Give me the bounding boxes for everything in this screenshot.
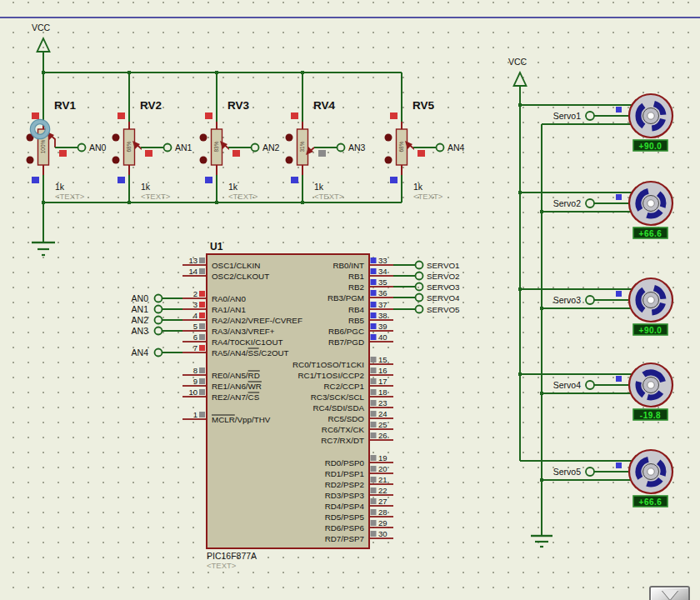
- pin-state-square: [371, 477, 377, 482]
- pin-number: 14: [188, 267, 198, 276]
- pin-name: RA4/T0CKI/C1OUT: [212, 338, 282, 347]
- pot-ref-label: RV2: [140, 99, 162, 112]
- servo-angle-value: +66.6: [639, 498, 662, 507]
- terminal-an3-pot-side[interactable]: [338, 144, 345, 152]
- pin-number: 34: [378, 267, 388, 276]
- terminal-an2-pot-side[interactable]: [252, 144, 259, 152]
- pin-state-square: [371, 258, 377, 263]
- analog-terminal-label: AN2: [132, 315, 149, 325]
- pin-state-square: [371, 411, 377, 417]
- pin-number: 16: [378, 366, 388, 375]
- pin-state-square: [371, 455, 377, 461]
- servo-shaft-hole: [648, 382, 654, 388]
- pot-net-label: AN4: [448, 142, 465, 152]
- pot-terminal-dot-top: [112, 134, 120, 142]
- servo-angle-value: -19.8: [640, 411, 661, 420]
- schematic-canvas[interactable]: VCC RV1 100% AN0 1k <TEXT> RV2 68% AN1 1…: [0, 0, 700, 600]
- wire-junction-dot: [540, 210, 543, 213]
- pot-top-state-square: [118, 112, 125, 119]
- terminal-an0-pot-side[interactable]: [78, 144, 86, 152]
- terminal-servo1-mcu-side[interactable]: [416, 262, 423, 269]
- terminal-an1-mcu-side[interactable]: [155, 306, 162, 313]
- servo-terminal-label: SERVO3: [427, 282, 460, 292]
- pot-ref-label: RV1: [54, 99, 77, 112]
- terminal-servo1[interactable]: [586, 112, 594, 120]
- scroll-down-arrow-icon: [662, 590, 678, 600]
- servo-signal-state-square: [616, 107, 622, 112]
- pin-state-square: [199, 389, 205, 395]
- pin-name: RC2/CCP1: [324, 382, 364, 391]
- servo-shaft-hole: [648, 297, 654, 303]
- pin-name: RD3/PSP3: [325, 491, 365, 500]
- terminal-an4-mcu-side[interactable]: [155, 349, 162, 357]
- terminal-an3-mcu-side[interactable]: [155, 328, 162, 335]
- scroll-down-button[interactable]: [649, 586, 690, 600]
- pot-terminal-dot-top: [200, 134, 208, 142]
- pin-state-square: [371, 279, 377, 285]
- terminal-servo2-mcu-side[interactable]: [416, 272, 423, 280]
- pot-net-label: AN0: [89, 142, 107, 152]
- terminal-servo4[interactable]: [586, 381, 594, 389]
- analog-terminal-label: AN1: [132, 304, 149, 314]
- pot-net-label: AN3: [348, 142, 366, 152]
- pin-name: OSC2/CLKOUT: [212, 272, 269, 281]
- servo-signal-state-square: [616, 462, 622, 468]
- servo-angle-value: +90.0: [639, 326, 662, 335]
- analog-terminal-label: AN4: [132, 348, 149, 358]
- pin-name: RB0/INT: [332, 261, 364, 270]
- terminal-servo5[interactable]: [586, 468, 594, 476]
- pin-number: 40: [378, 332, 388, 342]
- analog-terminal-label: AN0: [132, 293, 149, 303]
- pin-number: 8: [193, 366, 198, 375]
- pin-state-square: [199, 378, 205, 384]
- pin-name: RD2/PSP2: [325, 480, 364, 489]
- pot-top-state-square: [291, 112, 298, 119]
- pin-name: RC1/T1OSI/CCP2: [298, 371, 365, 380]
- pin-number: 35: [378, 278, 388, 287]
- terminal-an1-pot-side[interactable]: [164, 144, 172, 152]
- pin-name: RA0/AN0: [212, 294, 246, 303]
- pot-text-placeholder: <TEXT>: [314, 192, 344, 201]
- mcu-part-label: PIC16F877A: [207, 551, 257, 561]
- terminal-servo3[interactable]: [586, 296, 594, 304]
- servo-shaft-hole: [648, 200, 654, 207]
- servo-label: Servo4: [553, 380, 581, 390]
- pot-ref-label: RV4: [313, 99, 336, 112]
- pin-state-square: [199, 368, 205, 373]
- vcc-left-terminal-icon[interactable]: [38, 38, 50, 52]
- servo-terminal-label: SERVO4: [427, 293, 460, 302]
- pin-name: RE0/AN5/RD: [212, 371, 260, 380]
- pin-number: 4: [193, 311, 198, 320]
- pot-percent-label: 68%: [398, 141, 404, 152]
- vcc-right-terminal-icon[interactable]: [514, 72, 527, 86]
- wire-junction-dot: [518, 288, 522, 291]
- pin-state-square: [371, 323, 377, 329]
- pin-name: RD7/PSP7: [325, 534, 364, 543]
- terminal-an2-mcu-side[interactable]: [155, 317, 162, 324]
- pin-number: 26: [378, 431, 388, 440]
- pin-number: 33: [378, 256, 388, 265]
- terminal-servo3-mcu-side[interactable]: [416, 283, 423, 291]
- servo-signal-state-square: [616, 291, 622, 297]
- terminal-servo5-mcu-side[interactable]: [416, 306, 423, 313]
- pot-wiper-state-square: [418, 150, 425, 157]
- pin-state-square: [371, 357, 377, 362]
- terminal-servo4-mcu-side[interactable]: [416, 294, 423, 302]
- pin-name: RE2/AN7/CS: [212, 392, 260, 402]
- servo-shaft-hole: [648, 468, 654, 475]
- pot-value-label: 1k: [314, 182, 324, 192]
- terminal-servo2[interactable]: [586, 199, 594, 208]
- pin-state-square: [371, 509, 377, 515]
- pin-number: 17: [378, 377, 388, 386]
- terminal-an0-mcu-side[interactable]: [155, 295, 162, 302]
- terminal-an4-pot-side[interactable]: [437, 144, 444, 152]
- pin-state-square: [199, 345, 205, 351]
- pin-state-square: [371, 488, 377, 493]
- pin-state-square: [371, 422, 377, 428]
- pot-percent-label: 68%: [126, 141, 132, 152]
- pin-name: RC6/TX/CK: [322, 425, 365, 434]
- pot-percent-label: 83%: [213, 141, 219, 152]
- pot-ref-label: RV3: [228, 99, 250, 112]
- servo-terminal-label: SERVO1: [427, 261, 460, 270]
- pin-state-square: [371, 498, 377, 504]
